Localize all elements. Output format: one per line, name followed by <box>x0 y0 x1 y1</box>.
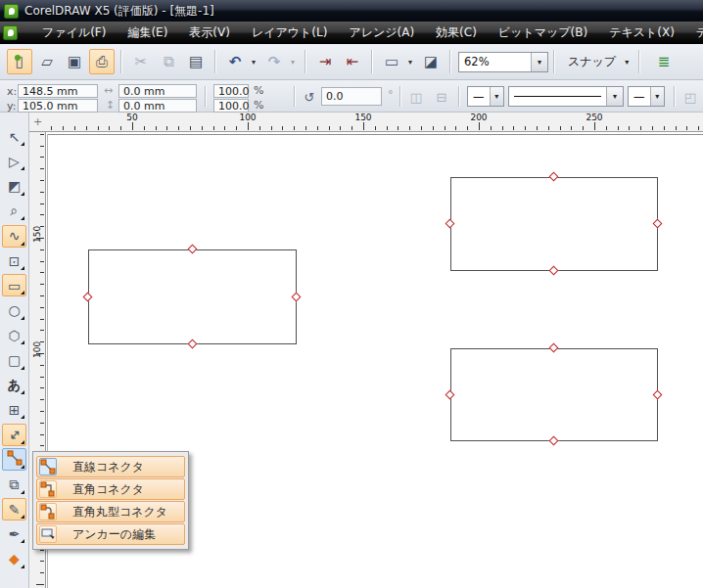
x-position-field[interactable]: 148.5 mm <box>18 84 98 98</box>
ruler-tick <box>40 204 44 204</box>
app-launcher-button[interactable]: ▭ <box>379 49 404 74</box>
rectangle-tool[interactable]: ▭ <box>2 274 26 296</box>
menu-item-3[interactable]: レイアウト(L) <box>241 22 338 44</box>
new-document-icon: ▯ <box>16 53 23 70</box>
welcome-screen-icon: ◪ <box>424 53 438 70</box>
menu-item-6[interactable]: ビットマップ(B) <box>488 22 598 44</box>
menu-item-2[interactable]: 表示(V) <box>178 22 241 44</box>
toolbox: ↖▷◩⌕∿⊡▭○⬡▢あ⊞↔⧉✎✒◆ <box>0 113 29 588</box>
paste-button[interactable]: ▤ <box>183 49 209 74</box>
eyedropper-tool-icon: ✎ <box>9 502 21 518</box>
ruler-tick <box>618 126 619 130</box>
mirror-vertical-icon: ⊟ <box>437 90 447 105</box>
freehand-tool[interactable]: ∿ <box>2 225 26 248</box>
menu-item-7[interactable]: テキスト(X) <box>598 22 685 44</box>
ruler-tick <box>652 126 653 130</box>
outline-pen-tool[interactable]: ✒ <box>2 522 26 545</box>
basic-shapes-tool[interactable]: ▢ <box>2 349 26 372</box>
ruler-tick <box>271 126 272 130</box>
welcome-screen-button[interactable]: ◪ <box>418 49 444 74</box>
line-style-preview <box>514 96 601 97</box>
ruler-tick <box>40 434 44 435</box>
line-style-combo[interactable]: ▾ <box>508 86 624 107</box>
line-end-arrow-combo[interactable]: — ▾ <box>628 86 665 107</box>
snap-caret-icon[interactable]: ▾ <box>620 58 633 67</box>
height-icon: ↕ <box>106 99 115 112</box>
ellipse-tool[interactable]: ○ <box>2 299 26 322</box>
scale-horizontal-field[interactable]: 100.0 <box>213 84 249 98</box>
ruler-tick <box>40 168 44 169</box>
degree-label: ° <box>388 88 394 101</box>
zoom-tool[interactable]: ⌕ <box>2 200 26 222</box>
rectangle-shape-1[interactable] <box>88 249 297 344</box>
table-tool[interactable]: ⊞ <box>2 398 26 421</box>
line-start-caret-icon[interactable]: ▾ <box>490 87 504 106</box>
flyout-item-0[interactable]: 直線コネクタ <box>36 456 185 477</box>
crop-tool[interactable]: ◩ <box>2 175 26 198</box>
undo-button[interactable]: ↶ <box>222 49 248 74</box>
width-field[interactable]: 0.0 mm <box>118 84 197 98</box>
dimension-tool[interactable]: ↔ <box>2 424 26 446</box>
new-document-button[interactable]: ▯ <box>7 49 32 74</box>
ruler-tick <box>40 399 44 400</box>
redo-button-caret-icon[interactable]: ▾ <box>288 49 298 74</box>
x-label: x: <box>7 85 17 98</box>
straight-connector-icon <box>39 458 57 475</box>
document-icon[interactable] <box>3 25 18 40</box>
smart-fill-tool[interactable]: ⊡ <box>2 249 26 272</box>
menu-item-4[interactable]: アレンジ(A) <box>338 22 425 44</box>
shape-tool[interactable]: ▷ <box>2 150 26 172</box>
flyout-item-2[interactable]: 直角丸型コネクタ <box>36 501 185 522</box>
connector-tool[interactable] <box>2 448 26 471</box>
fill-tool[interactable]: ◆ <box>2 548 26 570</box>
basic-shapes-tool-icon: ▢ <box>8 352 21 368</box>
polygon-tool[interactable]: ⬡ <box>2 324 26 346</box>
zoom-combo-caret-icon[interactable]: ▾ <box>531 53 547 71</box>
app-launcher-button-caret-icon[interactable]: ▾ <box>405 49 415 74</box>
height-field[interactable]: 0.0 mm <box>118 99 197 113</box>
blend-tool[interactable]: ⧉ <box>2 474 26 496</box>
undo-icon: ↶ <box>229 53 242 70</box>
copy-button[interactable]: ⧉ <box>156 49 181 74</box>
ruler-tick <box>40 261 44 262</box>
ellipse-tool-icon: ○ <box>8 302 20 318</box>
line-start-arrow-combo[interactable]: — ▾ <box>467 86 504 107</box>
eyedropper-tool[interactable]: ✎ <box>2 498 26 520</box>
menu-item-8[interactable]: テーブル(T) <box>685 22 703 44</box>
undo-button-caret-icon[interactable]: ▾ <box>249 49 258 74</box>
rotation-angle-field[interactable]: 0.0 <box>321 87 382 106</box>
line-end-caret-icon[interactable]: ▾ <box>650 87 665 106</box>
pick-tool[interactable]: ↖ <box>2 125 26 148</box>
wrap-text-button[interactable]: ◰ <box>680 86 701 108</box>
scale-vertical-field[interactable]: 100.0 <box>213 99 249 113</box>
menu-item-1[interactable]: 編集(E) <box>117 22 178 44</box>
rectangle-shape-2[interactable] <box>450 177 658 271</box>
mirror-horizontal-button[interactable]: ◫ <box>405 86 427 108</box>
print-button[interactable]: ⎙ <box>89 49 115 74</box>
ruler-tick <box>455 126 456 130</box>
flyout-item-1[interactable]: 直角コネクタ <box>36 478 185 500</box>
cut-button[interactable]: ✂ <box>128 49 154 74</box>
menu-item-5[interactable]: 効果(C) <box>425 22 488 44</box>
flyout-item-3[interactable]: アンカーの編集 <box>36 523 185 545</box>
rectangle-shape-3[interactable] <box>450 348 658 441</box>
zoom-level-combo[interactable]: 62% ▾ <box>458 52 548 72</box>
ruler-tick <box>640 126 641 130</box>
line-style-caret-icon[interactable]: ▾ <box>606 87 623 106</box>
ruler-tick <box>40 423 44 424</box>
horizontal-ruler[interactable]: 50100150200250 <box>46 113 703 132</box>
open-button[interactable]: ▱ <box>34 49 60 74</box>
redo-button[interactable]: ↷ <box>261 49 287 74</box>
snap-button[interactable]: スナップ ▾ <box>564 54 633 70</box>
mirror-vertical-button[interactable]: ⊟ <box>431 86 452 108</box>
export-button[interactable]: ⇤ <box>340 49 365 74</box>
import-button[interactable]: ⇥ <box>312 49 338 74</box>
ruler-origin[interactable]: + <box>29 113 46 132</box>
text-tool[interactable]: あ <box>2 374 26 396</box>
options-button[interactable]: ≣ <box>651 49 677 74</box>
menu-item-0[interactable]: ファイル(F) <box>31 22 117 44</box>
toolbar-separator <box>371 50 373 73</box>
ruler-tick <box>409 126 410 130</box>
save-button[interactable]: ▣ <box>62 49 87 74</box>
y-position-field[interactable]: 105.0 mm <box>18 99 98 113</box>
